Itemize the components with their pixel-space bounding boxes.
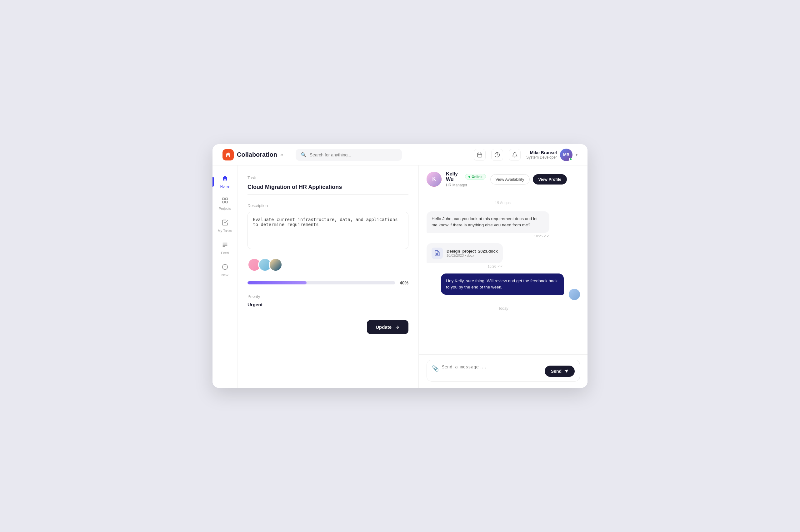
message-input[interactable] <box>442 364 542 377</box>
sidebar-item-home-label: Home <box>220 185 230 188</box>
app-window: Collaboration « 🔍 <box>213 144 587 388</box>
message-3: Hey Kelly, sure thing! Will review and g… <box>441 273 564 300</box>
sidebar-item-new[interactable]: New <box>215 260 235 280</box>
svg-rect-7 <box>222 198 224 200</box>
task-title-input[interactable] <box>248 184 408 194</box>
file-doc-icon <box>432 248 443 259</box>
online-status-badge: Online <box>465 174 486 179</box>
chat-user-info: Kelly Wu Online HR Manager <box>446 171 486 187</box>
priority-value: Urgent <box>248 302 408 311</box>
svg-rect-8 <box>225 198 227 200</box>
svg-rect-9 <box>222 201 224 203</box>
more-options-button[interactable]: ⋮ <box>570 174 580 184</box>
app-body: Home Projects My Tasks <box>213 166 587 388</box>
progress-bar-wrap: 40% <box>248 280 408 285</box>
user-avatar-wrap: MB <box>560 149 572 161</box>
user-info[interactable]: Mike Bransel System Developer MB ▾ <box>526 149 578 161</box>
feed-icon <box>222 241 229 250</box>
chat-contact-name-row: Kelly Wu Online <box>446 171 486 182</box>
search-input[interactable] <box>310 152 397 157</box>
calendar-button[interactable] <box>474 149 486 161</box>
view-profile-button[interactable]: View Profile <box>533 174 567 185</box>
progress-percent: 40% <box>400 280 408 285</box>
collapse-icon[interactable]: « <box>280 152 283 158</box>
description-label: Description <box>248 203 408 208</box>
sender-avatar <box>569 289 580 300</box>
app-logo-icon <box>222 149 234 160</box>
message-2-time: 10:26 ✓✓ <box>426 264 503 268</box>
search-icon: 🔍 <box>301 152 307 158</box>
new-icon <box>222 264 229 272</box>
chat-contact-avatar: K <box>426 172 441 187</box>
progress-bar-background <box>248 281 395 284</box>
priority-section: Priority Urgent <box>248 294 408 311</box>
file-meta: 10/02/2023 • docx <box>447 253 498 257</box>
date-divider-today: Today <box>426 306 580 311</box>
notifications-button[interactable] <box>509 149 521 161</box>
priority-label: Priority <box>248 294 408 299</box>
sidebar-item-feed-label: Feed <box>221 251 229 255</box>
message-3-row: Hey Kelly, sure thing! Will review and g… <box>426 273 580 300</box>
sidebar-item-home[interactable]: Home <box>215 172 235 191</box>
search-container: 🔍 <box>296 149 402 161</box>
header-logo: Collaboration « <box>222 149 283 160</box>
assignee-avatar-3 <box>269 258 283 272</box>
chat-contact-role: HR Manager <box>446 183 486 187</box>
sidebar-item-projects[interactable]: Projects <box>215 194 235 213</box>
file-name: Design_project_2023.docx <box>447 249 498 253</box>
user-name: Mike Bransel <box>526 150 557 155</box>
chat-header-actions: View Availability View Profile ⋮ <box>490 174 580 185</box>
message-1: Hello John, can you look at this require… <box>426 211 549 238</box>
update-button[interactable]: Update <box>367 320 408 334</box>
svg-rect-10 <box>225 201 227 203</box>
help-button[interactable] <box>491 149 503 161</box>
user-online-dot <box>569 158 572 161</box>
message-3-bubble: Hey Kelly, sure thing! Will review and g… <box>441 273 564 295</box>
app-title: Collaboration <box>237 151 277 158</box>
chat-contact-name: Kelly Wu <box>446 171 462 182</box>
search-box: 🔍 <box>296 149 402 161</box>
online-status-text: Online <box>472 175 482 178</box>
assignees-row <box>248 258 408 272</box>
send-button[interactable]: Send <box>545 366 575 377</box>
send-btn-label: Send <box>551 369 562 374</box>
view-availability-button[interactable]: View Availability <box>490 174 530 185</box>
arrow-right-icon <box>395 325 400 330</box>
description-textarea[interactable]: Evaluate current infrastructure, data, a… <box>248 212 408 249</box>
projects-icon <box>222 197 229 205</box>
message-1-time: 10:25 ✓✓ <box>426 234 549 238</box>
attachment-icon[interactable]: 📎 <box>432 365 439 372</box>
chat-input-box: 📎 Send <box>426 360 580 381</box>
sidebar: Home Projects My Tasks <box>213 166 237 388</box>
progress-section: 40% <box>248 280 408 285</box>
contact-avatar-img: K <box>426 172 441 187</box>
home-icon <box>222 175 229 183</box>
main-content: Task Description Evaluate current infras… <box>237 166 587 388</box>
progress-bar-fill <box>248 281 307 284</box>
message-1-bubble: Hello John, can you look at this require… <box>426 211 549 233</box>
online-status-dot <box>469 176 470 178</box>
date-divider-1: 19 August <box>426 201 580 205</box>
my-tasks-icon <box>222 219 229 228</box>
header-actions: Mike Bransel System Developer MB ▾ <box>474 149 578 161</box>
chat-panel: K Kelly Wu Online HR Manager <box>419 166 587 388</box>
sidebar-item-feed[interactable]: Feed <box>215 238 235 258</box>
svg-rect-1 <box>477 153 482 157</box>
sidebar-item-my-tasks[interactable]: My Tasks <box>215 216 235 236</box>
chat-messages: 19 August Hello John, can you look at th… <box>419 193 587 354</box>
update-btn-label: Update <box>376 324 392 330</box>
sidebar-item-new-label: New <box>221 273 228 277</box>
send-icon <box>564 369 568 374</box>
user-text: Mike Bransel System Developer <box>526 150 557 159</box>
chat-input-area: 📎 Send <box>419 354 587 388</box>
file-info: Design_project_2023.docx 10/02/2023 • do… <box>447 249 498 257</box>
user-role: System Developer <box>526 155 557 159</box>
header: Collaboration « 🔍 <box>213 144 587 166</box>
message-3-time: 11:25 ✓✓ <box>441 296 564 300</box>
task-panel: Task Description Evaluate current infras… <box>237 166 419 388</box>
message-2: Design_project_2023.docx 10/02/2023 • do… <box>426 243 503 268</box>
sidebar-item-projects-label: Projects <box>219 207 231 210</box>
sidebar-item-tasks-label: My Tasks <box>218 229 232 233</box>
file-bubble: Design_project_2023.docx 10/02/2023 • do… <box>426 243 503 263</box>
chevron-down-icon: ▾ <box>576 153 578 157</box>
